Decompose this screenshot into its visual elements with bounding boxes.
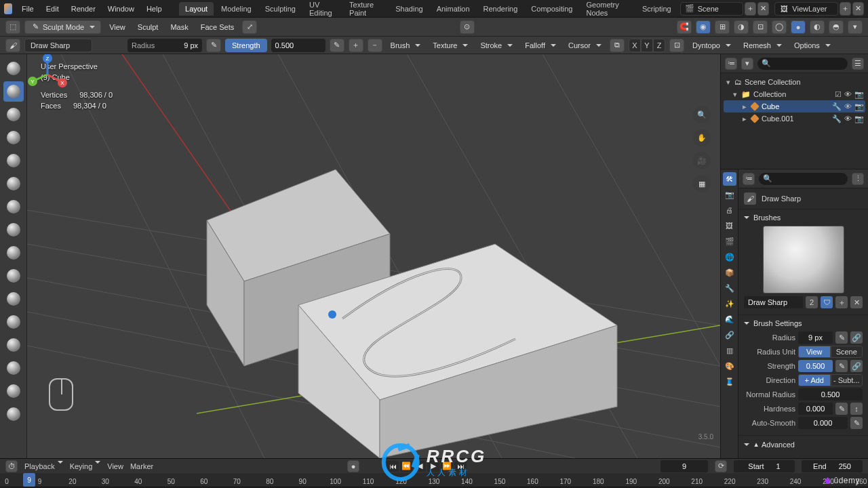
direction-add[interactable]: ＋	[349, 39, 363, 52]
props-type-dropdown[interactable]: ≔	[743, 173, 755, 185]
overlay-toggle[interactable]: ◑	[734, 20, 749, 34]
workspace-layout[interactable]: Layout	[179, 2, 214, 16]
end-frame[interactable]: End 250	[802, 460, 863, 472]
dd-stroke[interactable]: Stroke	[476, 39, 517, 52]
workspace-rendering[interactable]: Rendering	[477, 2, 524, 16]
tool-draw-sharp[interactable]	[3, 81, 24, 102]
dd-dyntopo[interactable]: Dyntopo	[688, 39, 735, 52]
p-autosmooth-pressure[interactable]: ✎	[850, 417, 863, 429]
outliner-type-dropdown[interactable]: ≔	[725, 58, 737, 70]
proptab-physics[interactable]: 🌊	[723, 312, 736, 326]
vp-zoom-button[interactable]: 🔍	[693, 106, 711, 123]
tree-collection[interactable]: ▾📁 Collection ☑👁📷	[724, 88, 865, 100]
brush-users[interactable]: 2	[806, 296, 818, 308]
outliner-display-dropdown[interactable]: ▾	[741, 58, 753, 70]
shading-solid[interactable]: ●	[791, 20, 806, 34]
mirror-toggle[interactable]: ⧉	[610, 39, 625, 52]
jump-start[interactable]: ⏮	[387, 461, 399, 472]
viewlayer-new-button[interactable]: ＋	[840, 2, 851, 16]
workspace-sculpting[interactable]: Sculpting	[259, 2, 302, 16]
sec-brushes[interactable]: Brushes	[744, 214, 863, 222]
hdr2-view[interactable]: View	[105, 20, 130, 34]
outliner-filter[interactable]: ☰	[852, 58, 864, 70]
brushicon[interactable]: 🖌	[5, 39, 20, 52]
mod-icon[interactable]: 🔧	[832, 102, 842, 111]
collection-eye-icon[interactable]: 👁	[844, 90, 852, 99]
vp-pan-button[interactable]: ✋	[693, 129, 711, 146]
snap-toggle[interactable]: 🧲	[677, 20, 692, 34]
tool-pinch[interactable]	[3, 381, 24, 401]
tool-scrape[interactable]	[3, 335, 24, 355]
prev-key[interactable]: ⏪	[400, 461, 412, 472]
radius-field[interactable]: Radius 9 px	[127, 39, 202, 52]
proptab-scene[interactable]: 🎬	[723, 235, 736, 248]
item-render-icon[interactable]: 📷	[854, 102, 864, 111]
strength-label-toggle[interactable]: Strength	[225, 39, 267, 52]
nav-gizmo[interactable]: X Y Z	[27, 54, 68, 95]
tool-blob[interactable]	[3, 220, 24, 240]
play-rev[interactable]: ◀	[414, 461, 426, 472]
dd-brush[interactable]: Brush	[387, 39, 425, 52]
proptab-render[interactable]: 📷	[723, 188, 736, 201]
direction-sub[interactable]: －	[368, 39, 382, 52]
item-eye-icon[interactable]: 👁	[844, 115, 852, 123]
editor-type-dropdown[interactable]: ⬚	[5, 20, 20, 34]
playhead[interactable]: 9	[23, 473, 35, 487]
workspace-uv-editing[interactable]: UV Editing	[303, 0, 342, 20]
proptab-output[interactable]: 🖨	[723, 203, 736, 217]
autokey-toggle[interactable]: ●	[347, 460, 359, 472]
direction-sub[interactable]: - Subt...	[831, 374, 863, 386]
tool-clay-strips[interactable]	[3, 127, 24, 148]
symmetry-axes[interactable]: X Y Z	[629, 39, 665, 52]
props-search[interactable]: 🔍	[759, 173, 848, 185]
p-direction-toggle[interactable]: + Add - Subt...	[798, 374, 863, 386]
frame-sync[interactable]: ⟳	[715, 460, 727, 472]
play[interactable]: ▶	[427, 461, 439, 472]
mod-icon[interactable]: 🔧	[832, 115, 842, 123]
workspace-animation[interactable]: Animation	[431, 2, 476, 16]
start-frame[interactable]: Start 1	[734, 460, 795, 472]
item-render-icon[interactable]: 📷	[854, 115, 864, 123]
p-autosmooth-value[interactable]: 0.000	[798, 417, 848, 429]
strength-field[interactable]: 0.500	[271, 39, 326, 52]
proptab-modifiers[interactable]: 🔧	[723, 281, 736, 295]
workspace-compositing[interactable]: Compositing	[525, 2, 578, 16]
proptab-texture[interactable]: 🧵	[723, 375, 736, 388]
timeline-type-dropdown[interactable]: ⏱	[5, 460, 18, 472]
proptab-material[interactable]: 🎨	[723, 359, 736, 373]
hdr2-mask[interactable]: Mask	[166, 20, 192, 34]
p-strength-value[interactable]: 0.500	[798, 360, 833, 372]
tool-layer[interactable]	[3, 174, 24, 194]
dd-cursor[interactable]: Cursor	[564, 39, 606, 52]
3d-viewport[interactable]: User Perspective (9) Cube Vertices98,306…	[27, 54, 720, 458]
radiusunit-scene[interactable]: Scene	[831, 346, 863, 358]
brush-datablock[interactable]: Draw Sharp	[744, 296, 803, 308]
proptab-tool[interactable]: 🛠	[723, 172, 736, 186]
fake-user-toggle[interactable]: 🛡	[821, 296, 833, 308]
mode-selector[interactable]: ✎ Sculpt Mode	[24, 20, 101, 34]
dd-texture[interactable]: Texture	[429, 39, 472, 52]
sym-z[interactable]: Z	[653, 39, 665, 52]
scene-delete-button[interactable]: ✕	[757, 2, 769, 16]
sym-lock[interactable]: ⊡	[669, 39, 684, 52]
shading-rendered[interactable]: ◓	[829, 20, 844, 34]
p-radius-unified[interactable]: 🔗	[850, 331, 863, 344]
p-radiusunit-toggle[interactable]: View Scene	[798, 346, 863, 358]
brush-unlink[interactable]: ✕	[850, 296, 863, 308]
tl-marker[interactable]: Marker	[130, 462, 153, 470]
tl-keying[interactable]: Keying	[70, 462, 101, 470]
viewlayer-selector[interactable]: 🖼 ViewLayer	[774, 2, 838, 16]
workspace-texture-paint[interactable]: Texture Paint	[343, 0, 388, 20]
proptab-particles[interactable]: ✨	[723, 297, 736, 310]
tool-smooth[interactable]	[3, 266, 24, 286]
sec-advanced[interactable]: Advanced	[762, 441, 795, 449]
hdr2-facesets[interactable]: Face Sets	[197, 20, 239, 34]
current-frame[interactable]: 9	[660, 460, 708, 472]
collection-exclude-icon[interactable]: ☑	[835, 90, 842, 99]
dd-remesh[interactable]: Remesh	[739, 39, 786, 52]
proportional-edit[interactable]: ◉	[696, 20, 711, 34]
jump-end[interactable]: ⏭	[454, 461, 467, 472]
vp-camera-button[interactable]: 🎥	[693, 152, 711, 169]
tool-fill[interactable]	[3, 312, 24, 332]
proptab-viewlayer[interactable]: 🖼	[723, 219, 736, 232]
